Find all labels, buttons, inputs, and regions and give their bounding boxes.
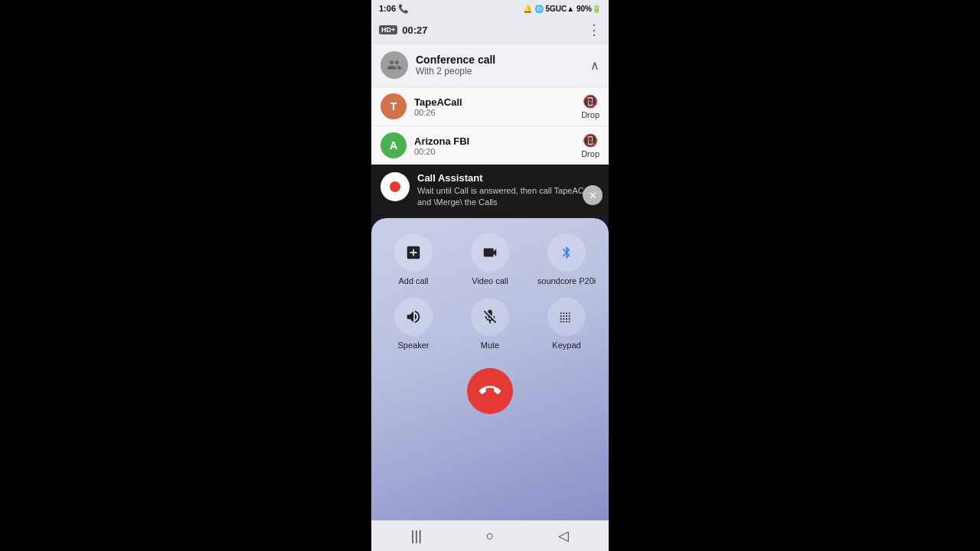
conference-title: Conference call — [416, 54, 495, 66]
participant-name-1: TapeACall — [414, 96, 462, 108]
drop-phone-icon-1: 📵 — [583, 94, 598, 109]
status-right-icons: 🔔 🌐 5GUC▲ 90%🔋 — [523, 5, 601, 13]
avatar-arizona-fbi: A — [381, 132, 407, 158]
participant-row: T TapeACall 00:26 📵 Drop — [371, 86, 609, 126]
bluetooth-button[interactable]: soundcore P20i — [532, 233, 601, 285]
back-button[interactable]: ◁ — [558, 527, 569, 544]
add-call-button[interactable]: Add call — [379, 233, 448, 285]
controls-grid: Add call Video call — [379, 233, 601, 350]
chevron-up-icon[interactable]: ∧ — [590, 58, 599, 73]
home-button[interactable]: ○ — [486, 528, 495, 544]
hd-badge: HD+ — [379, 25, 397, 34]
mute-icon — [471, 298, 509, 336]
bluetooth-icon — [547, 233, 586, 272]
call-header: HD+ 00:27 ⋮ — [371, 17, 609, 44]
keypad-icon — [547, 298, 586, 336]
speaker-button[interactable]: Speaker — [379, 298, 448, 350]
drop-button-1[interactable]: 📵 Drop — [581, 94, 599, 119]
keypad-button[interactable]: Keypad — [532, 298, 601, 350]
drop-phone-icon-2: 📵 — [583, 133, 598, 148]
add-call-icon — [394, 233, 433, 272]
conference-subtitle: With 2 people — [416, 66, 495, 77]
add-call-label: Add call — [398, 276, 428, 285]
participant-row-2: A Arizona FBI 00:20 📵 Drop — [371, 126, 609, 165]
video-call-label: Video call — [472, 276, 508, 285]
status-time: 1:06 — [379, 4, 396, 13]
video-call-button[interactable]: Video call — [456, 233, 524, 285]
drop-button-2[interactable]: 📵 Drop — [581, 133, 599, 158]
mute-label: Mute — [481, 341, 499, 350]
participant-time-2: 00:20 — [414, 147, 469, 156]
call-assistant-notification: Call Assistant Wait until Call is answer… — [371, 165, 609, 217]
phone-status-icon: 📞 — [398, 4, 409, 14]
status-bar: 1:06 📞 🔔 🌐 5GUC▲ 90%🔋 — [371, 0, 609, 17]
end-call-button[interactable] — [467, 368, 513, 414]
participant-time-1: 00:26 — [414, 108, 462, 117]
nav-bar: ||| ○ ◁ — [371, 520, 609, 551]
conference-section: Conference call With 2 people ∧ — [371, 44, 609, 86]
speaker-label: Speaker — [398, 341, 430, 350]
drop-label-2: Drop — [581, 149, 599, 158]
conference-avatar — [381, 51, 408, 79]
assistant-title: Call Assistant — [417, 172, 599, 184]
mute-button[interactable]: Mute — [456, 298, 524, 350]
drop-label-1: Drop — [581, 110, 599, 119]
video-call-icon — [471, 233, 509, 272]
participant-name-2: Arizona FBI — [414, 135, 469, 147]
speaker-icon — [394, 298, 433, 336]
close-button[interactable]: ✕ — [583, 185, 603, 205]
bluetooth-label: soundcore P20i — [537, 276, 596, 285]
call-timer: 00:27 — [402, 24, 427, 36]
keypad-label: Keypad — [552, 341, 580, 350]
recent-apps-button[interactable]: ||| — [411, 528, 422, 544]
record-dot — [387, 179, 403, 194]
avatar-tapeacall: T — [381, 93, 407, 119]
more-options-button[interactable]: ⋮ — [587, 21, 601, 38]
assistant-body: Wait until Call is answered, then call T… — [417, 185, 599, 209]
call-controls: Add call Video call — [371, 218, 609, 520]
phone-frame: 1:06 📞 🔔 🌐 5GUC▲ 90%🔋 HD+ 00:27 ⋮ — [371, 0, 609, 551]
assistant-icon — [381, 172, 410, 201]
